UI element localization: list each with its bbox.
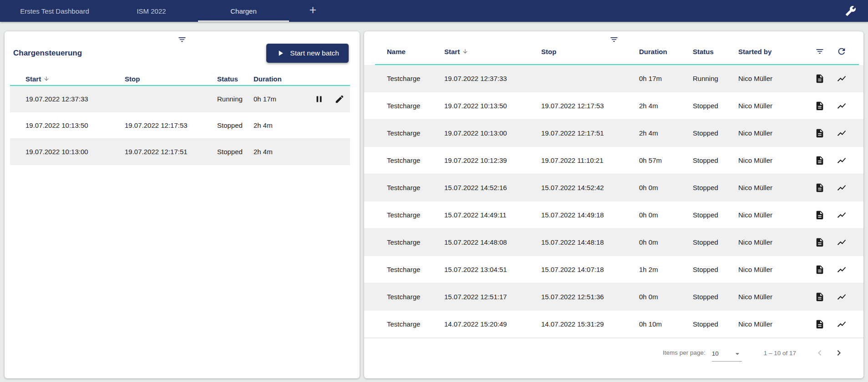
batch-history-table-row: Testcharge 19.07.2022 10:13:50 19.07.202…: [364, 92, 863, 120]
document-icon: [815, 128, 825, 138]
column-header-status[interactable]: Status: [217, 75, 254, 83]
batch-chart-button[interactable]: [831, 319, 853, 329]
cell-stop: 15.07.2022 12:51:36: [541, 293, 639, 301]
batch-report-button[interactable]: [809, 292, 831, 302]
tab-ism-2022[interactable]: ISM 2022: [105, 0, 198, 22]
cell-name: Testcharge: [387, 293, 444, 301]
column-header-started-by[interactable]: Started by: [738, 48, 807, 55]
column-header-status[interactable]: Status: [693, 48, 738, 55]
cell-status: Stopped: [693, 211, 738, 219]
line-chart-icon: [837, 74, 847, 84]
chevron-right-icon: [833, 353, 844, 360]
batch-report-button[interactable]: [809, 183, 831, 193]
table-filter-button[interactable]: [809, 47, 831, 56]
document-icon: [815, 74, 825, 84]
cell-duration: 0h 57m: [639, 156, 693, 164]
cell-status: Stopped: [693, 238, 738, 246]
document-icon: [815, 265, 825, 275]
batch-history-table-row: Testcharge 15.07.2022 12:51:17 15.07.202…: [364, 283, 863, 311]
edit-batch-button[interactable]: [329, 94, 350, 104]
page-size-select[interactable]: 10: [712, 349, 742, 362]
batch-control-table-row: 19.07.2022 10:13:50 19.07.2022 12:17:53 …: [10, 112, 350, 139]
settings-button[interactable]: [845, 0, 868, 22]
cell-duration: 2h 4m: [254, 148, 299, 156]
items-per-page-label: Items per page:: [663, 349, 706, 356]
column-header-name[interactable]: Name: [387, 48, 444, 55]
batch-history-table-row: Testcharge 19.07.2022 10:12:39 19.07.202…: [364, 147, 863, 174]
document-icon: [815, 156, 825, 166]
batch-chart-button[interactable]: [831, 183, 853, 193]
batch-chart-button[interactable]: [831, 292, 853, 302]
card-title: Chargensteuerung: [13, 49, 82, 58]
previous-page-button[interactable]: [814, 347, 825, 358]
edit-pencil-icon: [335, 94, 345, 104]
dashboard-content: Chargensteuerung Start new batch Start S…: [0, 22, 868, 378]
batch-report-button[interactable]: [809, 128, 831, 138]
line-chart-icon: [837, 292, 847, 302]
batch-chart-button[interactable]: [831, 237, 853, 247]
start-new-batch-button[interactable]: Start new batch: [266, 44, 349, 63]
cell-status: Stopped: [693, 184, 738, 191]
batch-control-table-row: 19.07.2022 10:13:00 19.07.2022 12:17:51 …: [10, 139, 350, 165]
tab-erstes-test-dashboard[interactable]: Erstes Test Dashboard: [5, 0, 105, 22]
document-icon: [815, 319, 825, 329]
cell-stop: 15.07.2022 14:49:18: [541, 211, 639, 219]
page-size-value: 10: [712, 351, 719, 357]
batch-chart-button[interactable]: [831, 101, 853, 111]
cell-stop: 19.07.2022 12:17:53: [125, 121, 217, 129]
cell-started-by: Nico Müller: [738, 238, 807, 246]
batch-history-table-row: Testcharge 14.07.2022 15:20:49 14.07.202…: [364, 311, 863, 338]
cell-stop: 19.07.2022 12:17:51: [125, 148, 217, 156]
batch-report-button[interactable]: [809, 74, 831, 84]
line-chart-icon: [837, 101, 847, 111]
cell-duration: 0h 10m: [639, 320, 693, 328]
batch-report-button[interactable]: [809, 237, 831, 247]
batch-chart-button[interactable]: [831, 210, 853, 220]
column-header-stop[interactable]: Stop: [125, 75, 217, 83]
batch-history-table-row: Testcharge 15.07.2022 14:48:08 15.07.202…: [364, 229, 863, 256]
cell-status: Stopped: [693, 129, 738, 137]
line-chart-icon: [837, 210, 847, 220]
batch-report-button[interactable]: [809, 265, 831, 275]
batch-history-filter-button[interactable]: [609, 35, 619, 44]
cell-status: Stopped: [693, 156, 738, 164]
cell-stop: 19.07.2022 11:10:21: [541, 156, 639, 164]
cell-name: Testcharge: [387, 156, 444, 164]
refresh-button[interactable]: [831, 46, 853, 56]
batch-report-button[interactable]: [809, 210, 831, 220]
cell-status: Stopped: [693, 320, 738, 328]
document-icon: [815, 183, 825, 193]
cell-name: Testcharge: [387, 238, 444, 246]
batch-chart-button[interactable]: [831, 74, 853, 84]
document-icon: [815, 237, 825, 247]
batch-chart-button[interactable]: [831, 265, 853, 275]
add-dashboard-tab-button[interactable]: +: [289, 0, 337, 22]
cell-started-by: Nico Müller: [738, 266, 807, 273]
batch-history-table-row: Testcharge 15.07.2022 13:04:51 15.07.202…: [364, 256, 863, 283]
play-icon: [276, 49, 285, 58]
batch-chart-button[interactable]: [831, 128, 853, 138]
column-header-duration[interactable]: Duration: [254, 75, 299, 83]
cell-start: 14.07.2022 15:20:49: [444, 320, 541, 328]
cell-status: Stopped: [217, 148, 254, 156]
tab-chargen[interactable]: Chargen: [198, 0, 289, 22]
dropdown-arrow-icon: [733, 349, 742, 358]
cell-duration: 0h 0m: [639, 238, 693, 246]
batch-report-button[interactable]: [809, 101, 831, 111]
line-chart-icon: [837, 237, 847, 247]
batch-control-filter-button[interactable]: [178, 35, 187, 44]
cell-stop: 15.07.2022 14:52:42: [541, 184, 639, 191]
column-header-start[interactable]: Start: [25, 75, 125, 83]
column-header-start[interactable]: Start: [444, 48, 541, 55]
column-header-duration[interactable]: Duration: [639, 48, 693, 55]
cell-start: 19.07.2022 10:13:50: [25, 121, 125, 129]
batch-report-button[interactable]: [809, 156, 831, 166]
cell-name: Testcharge: [387, 75, 444, 82]
cell-start: 15.07.2022 13:04:51: [444, 266, 541, 273]
pause-batch-button[interactable]: [309, 94, 329, 104]
column-header-stop[interactable]: Stop: [541, 48, 639, 55]
cell-started-by: Nico Müller: [738, 320, 807, 328]
batch-chart-button[interactable]: [831, 156, 853, 166]
next-page-button[interactable]: [833, 347, 844, 358]
batch-report-button[interactable]: [809, 319, 831, 329]
